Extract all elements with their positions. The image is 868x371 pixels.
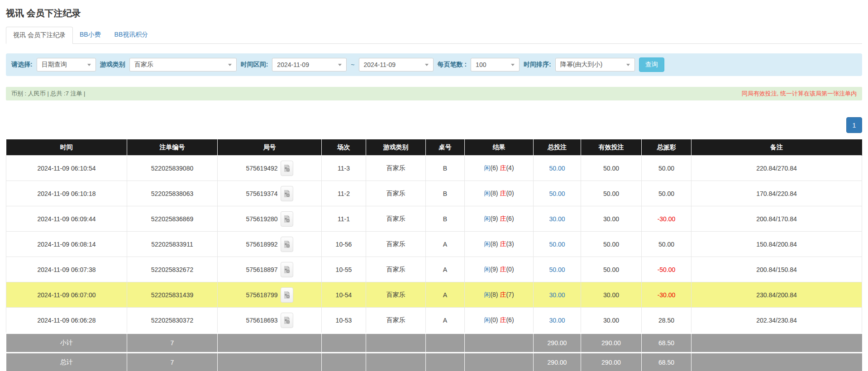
table-footer: 小计 7 290.00 290.00 68.50 总计 7 2 (6, 333, 862, 371)
valid-bet-cell: 50.00 (581, 232, 642, 257)
video-replay-button[interactable] (281, 287, 293, 303)
payout-cell: 50.00 (642, 181, 692, 206)
table-code-cell: A (426, 257, 465, 282)
page-button-1[interactable]: 1 (846, 117, 862, 133)
tab-bb-tips[interactable]: BB小费 (73, 27, 108, 44)
result-banker-value: (6) (506, 316, 514, 323)
valid-bet-cell: 30.00 (581, 308, 642, 333)
result-player-value: (8) (490, 190, 498, 197)
col-header-total-bet: 总投注 (534, 139, 581, 156)
result-banker-label: 庄 (500, 240, 506, 247)
result-banker-label: 庄 (500, 190, 506, 197)
valid-bet-cell: 50.00 (581, 257, 642, 282)
video-icon (283, 190, 291, 198)
round-id: 575618693 (246, 317, 277, 324)
subtotal-row: 小计 7 290.00 290.00 68.50 (6, 333, 862, 353)
video-replay-button[interactable] (281, 211, 293, 227)
result-banker-label: 庄 (500, 316, 506, 323)
grand-total-valid-bet: 290.00 (581, 353, 642, 371)
total-bet-link[interactable]: 30.00 (534, 308, 581, 333)
betting-records-table: 时间 注单编号 局号 场次 游戏类别 桌号 结果 总投注 有效投注 总派彩 备注… (6, 139, 862, 371)
empty-cell (692, 353, 862, 371)
valid-bet-cell: 50.00 (581, 181, 642, 206)
empty-cell (426, 353, 465, 371)
result-player-label: 闲 (484, 316, 490, 323)
session-cell: 11-3 (322, 156, 366, 181)
time-sort-select[interactable]: 降幂(由大到小) (555, 58, 635, 71)
result-cell: 闲(8) 庄(3) (465, 232, 534, 257)
query-type-select[interactable]: 日期查询 (37, 58, 96, 71)
note-cell: 230.84/200.84 (692, 282, 862, 308)
video-icon (283, 164, 291, 172)
date-from-value: 2024-11-09 (277, 61, 309, 68)
round-cell: 575619374 (218, 181, 322, 206)
note-cell: 150.84/200.84 (692, 232, 862, 257)
summary-notice: 同局有效投注, 统一计算在该局第一张注单内 (742, 90, 857, 98)
total-bet-link[interactable]: 50.00 (534, 232, 581, 257)
page-size-label: 每页笔数 : (438, 61, 467, 69)
table-code-cell: B (426, 206, 465, 232)
result-banker-value: (3) (506, 240, 514, 247)
pagination: 1 (6, 117, 862, 133)
page-size-select[interactable]: 100 (471, 58, 520, 71)
time-cell: 2024-11-09 06:10:54 (6, 156, 127, 181)
round-cell: 575619280 (218, 206, 322, 232)
result-player-label: 闲 (484, 266, 490, 273)
total-bet-link[interactable]: 50.00 (534, 156, 581, 181)
video-replay-button[interactable] (281, 313, 293, 328)
table-code-cell: B (426, 181, 465, 206)
subtotal-label: 小计 (6, 333, 127, 353)
result-player-label: 闲 (484, 190, 490, 197)
result-player-value: (9) (490, 215, 498, 222)
time-cell: 2024-11-09 06:07:38 (6, 257, 127, 282)
bet-id-cell: 522025831439 (127, 282, 218, 308)
result-banker-label: 庄 (500, 266, 506, 273)
round-id: 575618992 (246, 241, 277, 248)
video-replay-button[interactable] (281, 262, 293, 277)
result-banker-label: 庄 (500, 291, 506, 298)
video-replay-button[interactable] (281, 161, 293, 176)
session-cell: 11-1 (322, 206, 366, 232)
result-cell: 闲(8) 庄(7) (465, 282, 534, 308)
tab-bb-video-points[interactable]: BB视讯积分 (108, 27, 155, 44)
bet-id-cell: 522025832672 (127, 257, 218, 282)
video-replay-button[interactable] (281, 237, 293, 252)
valid-bet-cell: 30.00 (581, 282, 642, 308)
time-cell: 2024-11-09 06:10:18 (6, 181, 127, 206)
game-category-cell: 百家乐 (366, 308, 426, 333)
result-cell: 闲(6) 庄(4) (465, 156, 534, 181)
result-cell: 闲(9) 庄(0) (465, 257, 534, 282)
video-icon (283, 240, 291, 248)
col-header-total-payout: 总派彩 (642, 139, 692, 156)
note-cell: 220.84/270.84 (692, 156, 862, 181)
total-bet-link[interactable]: 30.00 (534, 206, 581, 232)
total-bet-link[interactable]: 50.00 (534, 181, 581, 206)
search-button[interactable]: 查询 (639, 57, 664, 72)
note-cell: 200.84/170.84 (692, 206, 862, 232)
game-category-cell: 百家乐 (366, 206, 426, 232)
video-replay-button[interactable] (281, 186, 293, 201)
game-category-select[interactable]: 百家乐 (129, 58, 237, 71)
time-cell: 2024-11-09 06:06:28 (6, 308, 127, 333)
grand-total-count: 7 (127, 353, 218, 371)
round-id: 575619280 (246, 215, 277, 223)
summary-bar: 币别 : 人民币 | 总共 :7 注单 | 同局有效投注, 统一计算在该局第一张… (6, 87, 862, 100)
page-container: 视讯 会员下注纪录 视讯 会员下注纪录 BB小费 BB视讯积分 请选择: 日期查… (0, 7, 868, 371)
result-banker-value: (0) (506, 190, 514, 197)
total-bet-link[interactable]: 30.00 (534, 282, 581, 308)
col-header-round: 局号 (218, 139, 322, 156)
video-icon (283, 215, 291, 223)
time-sort-label: 时间排序: (524, 61, 551, 69)
chevron-down-icon (334, 58, 346, 71)
subtotal-valid-bet: 290.00 (581, 333, 642, 353)
date-to-select[interactable]: 2024-11-09 (359, 58, 434, 71)
chevron-down-icon (622, 58, 634, 71)
date-from-select[interactable]: 2024-11-09 (272, 58, 347, 71)
result-player-label: 闲 (484, 215, 490, 222)
tab-betting-records[interactable]: 视讯 会员下注纪录 (6, 27, 73, 44)
chevron-down-icon (224, 58, 236, 71)
game-category-cell: 百家乐 (366, 181, 426, 206)
empty-cell (426, 333, 465, 353)
time-sort-value: 降幂(由大到小) (560, 61, 602, 69)
total-bet-link[interactable]: 50.00 (534, 257, 581, 282)
